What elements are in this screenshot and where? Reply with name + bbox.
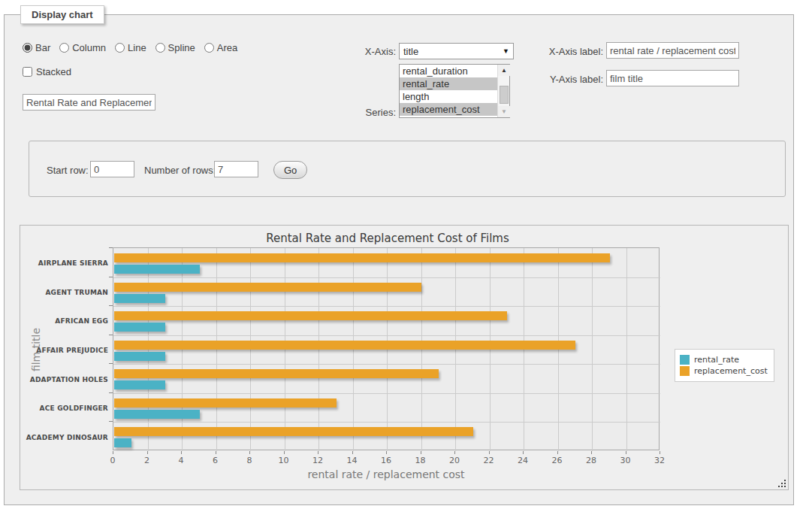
x-axis-tick (113, 451, 113, 454)
x-axis-select[interactable]: title ▼ (399, 43, 514, 59)
chart-title: Rental Rate and Replacement Cost of Film… (20, 232, 755, 245)
y-axis-tick (109, 277, 113, 277)
chart-type-bar-label: Bar (35, 42, 50, 53)
chart-x-axis-title: rental rate / replacement cost (113, 468, 660, 480)
chart-type-column[interactable]: Column (59, 42, 106, 53)
chart-type-bar[interactable]: Bar (23, 42, 50, 53)
chart-title-input[interactable] (23, 94, 155, 111)
series-option-length[interactable]: length (400, 90, 497, 103)
legend-row: replacement_cost (680, 366, 768, 376)
x-axis-tick (386, 451, 387, 454)
scrollbar-thumb[interactable] (500, 86, 509, 104)
x-axis-tick (181, 451, 182, 454)
chart-type-line-radio[interactable] (115, 43, 125, 53)
gridline-vertical (558, 248, 559, 451)
x-axis-tick (318, 451, 318, 454)
bar-rental_rate (114, 323, 165, 332)
category-label: AIRPLANE SIERRA (26, 259, 108, 267)
gridline-vertical (592, 248, 593, 451)
go-button[interactable]: Go (273, 161, 307, 179)
gridline-horizontal (113, 306, 660, 307)
x-axis-tick-label: 24 (512, 456, 534, 465)
display-chart-panel: Display chart BarColumnLineSplineArea St… (4, 14, 794, 505)
series-option-replacement_cost[interactable]: replacement_cost (400, 103, 497, 116)
chart-type-spline[interactable]: Spline (155, 42, 195, 53)
x-axis-tick-label: 4 (170, 456, 192, 465)
bar-replacement_cost (114, 427, 473, 436)
chart-type-line-label: Line (128, 42, 146, 53)
gridline-vertical (182, 248, 183, 451)
chart-type-line[interactable]: Line (115, 42, 146, 53)
stacked-checkbox[interactable] (23, 67, 32, 77)
gridline-vertical (455, 248, 456, 451)
scroll-down-icon[interactable]: ▼ (498, 106, 510, 117)
x-axis-tick-label: 12 (306, 456, 329, 465)
y-axis-tick (109, 247, 113, 248)
bar-replacement_cost (114, 341, 575, 350)
bar-rental_rate (114, 352, 165, 361)
category-label: AGENT TRUMAN (26, 289, 108, 296)
bar-replacement_cost (114, 253, 610, 262)
chart-type-spline-radio[interactable] (155, 43, 165, 53)
gridline-vertical (421, 248, 422, 451)
chart-series-legend: rental_ratereplacement_cost (675, 349, 774, 382)
bar-rental_rate (114, 380, 165, 389)
legend-label: replacement_cost (694, 366, 768, 376)
series-multiselect[interactable]: rental_durationrental_ratelengthreplacem… (399, 64, 510, 118)
x-axis-field-label: X-Axis: (294, 46, 396, 57)
chart-plot-area (113, 247, 660, 450)
number-of-rows-input[interactable] (214, 161, 258, 177)
chart-type-area-radio[interactable] (204, 43, 214, 53)
x-axis-label-input[interactable] (606, 42, 739, 59)
x-axis-tick-label: 2 (136, 456, 158, 465)
bar-replacement_cost (114, 398, 337, 407)
x-axis-tick (557, 451, 558, 454)
chart-type-area[interactable]: Area (204, 42, 237, 53)
gridline-vertical (318, 248, 319, 451)
x-axis-tick-label: 6 (204, 456, 227, 465)
x-axis-tick-label: 0 (101, 456, 124, 465)
gridline-horizontal (113, 364, 660, 365)
series-field-label: Series: (294, 107, 396, 118)
x-axis-tick-label: 10 (273, 456, 295, 465)
series-options-list: rental_durationrental_ratelengthreplacem… (400, 65, 497, 117)
series-option-rental_duration[interactable]: rental_duration (400, 65, 497, 77)
gridline-vertical (626, 248, 627, 451)
x-axis-tick-label: 30 (614, 456, 637, 465)
gridline-vertical (387, 248, 388, 451)
legend-swatch-rental_rate (680, 355, 690, 365)
resize-grip-icon[interactable] (777, 479, 786, 488)
x-axis-label-field-label: X-Axis label: (501, 46, 603, 57)
x-axis-tick-label: 26 (546, 456, 569, 465)
chart-type-area-label: Area (217, 42, 237, 53)
stacked-checkbox-row[interactable]: Stacked (23, 66, 71, 77)
x-axis-tick (626, 451, 626, 454)
y-axis-label-field-label: Y-Axis label: (501, 74, 603, 85)
start-row-label: Start row: (47, 165, 89, 176)
x-axis-tick-label: 8 (238, 456, 261, 465)
x-axis-tick-label: 18 (409, 456, 432, 465)
category-label: ACADEMY DINOSAUR (26, 434, 108, 441)
bar-replacement_cost (114, 311, 507, 320)
bar-rental_rate (114, 294, 165, 303)
gridline-horizontal (113, 335, 660, 336)
x-axis-tick (216, 451, 216, 454)
y-axis-label-input[interactable] (606, 70, 739, 86)
chart-type-column-radio[interactable] (59, 43, 69, 53)
start-row-input[interactable] (90, 161, 134, 177)
x-axis-tick (591, 451, 592, 454)
y-axis-tick (109, 335, 113, 335)
legend-row: rental_rate (680, 355, 768, 365)
x-axis-tick (421, 451, 421, 454)
rows-form-panel: Start row: Number of rows: Go (29, 141, 786, 197)
bar-rental_rate (114, 265, 200, 274)
chart-type-bar-radio[interactable] (23, 43, 32, 53)
x-axis-tick (249, 451, 250, 454)
x-axis-tick-label: 16 (375, 456, 397, 465)
x-axis-tick (284, 451, 285, 454)
x-axis-tick (454, 451, 455, 454)
series-option-rental_rate[interactable]: rental_rate (400, 77, 497, 90)
gridline-vertical (148, 248, 149, 451)
page: Display chart BarColumnLineSplineArea St… (0, 0, 812, 512)
series-scrollbar[interactable]: ▲ ▼ (497, 65, 509, 117)
